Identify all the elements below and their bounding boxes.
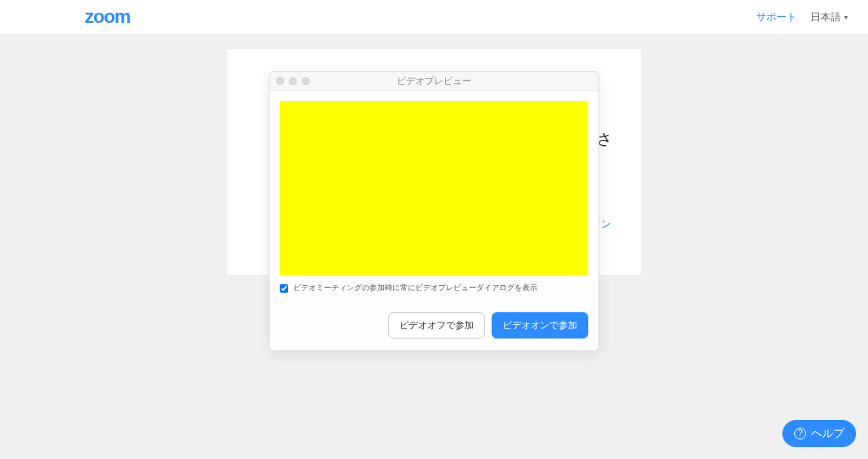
help-button[interactable]: ? ヘルプ bbox=[782, 420, 856, 447]
language-label: 日本語 bbox=[810, 10, 841, 25]
support-link[interactable]: サポート bbox=[756, 10, 797, 25]
dialog-buttons: ビデオオフで参加 ビデオオンで参加 bbox=[270, 304, 598, 350]
header-right: サポート 日本語 ▾ bbox=[756, 10, 848, 25]
checkbox-label: ビデオミーティングの参加時に常にビデオプレビューダイアログを表示 bbox=[293, 283, 537, 294]
language-selector[interactable]: 日本語 ▾ bbox=[810, 10, 848, 25]
dialog-title: ビデオプレビュー bbox=[276, 75, 592, 87]
join-without-video-button[interactable]: ビデオオフで参加 bbox=[388, 312, 485, 339]
chevron-down-icon: ▾ bbox=[844, 14, 848, 21]
zoom-logo: zoom bbox=[85, 6, 130, 28]
join-with-video-button[interactable]: ビデオオンで参加 bbox=[492, 312, 588, 339]
video-preview-dialog: ビデオプレビュー ビデオミーティングの参加時に常にビデオプレビューダイアログを表… bbox=[269, 71, 599, 351]
help-label: ヘルプ bbox=[811, 426, 844, 441]
window-controls bbox=[276, 77, 309, 85]
dialog-titlebar: ビデオプレビュー bbox=[270, 72, 598, 91]
video-preview-area bbox=[280, 101, 588, 276]
main-header: zoom サポート 日本語 ▾ bbox=[0, 0, 868, 34]
close-icon[interactable] bbox=[276, 77, 284, 85]
always-show-checkbox[interactable] bbox=[280, 284, 288, 293]
dialog-body: ビデオミーティングの参加時に常にビデオプレビューダイアログを表示 bbox=[270, 91, 598, 304]
always-show-checkbox-row[interactable]: ビデオミーティングの参加時に常にビデオプレビューダイアログを表示 bbox=[280, 283, 588, 294]
minimize-icon[interactable] bbox=[289, 77, 297, 85]
maximize-icon[interactable] bbox=[302, 77, 309, 85]
help-icon: ? bbox=[794, 428, 806, 439]
